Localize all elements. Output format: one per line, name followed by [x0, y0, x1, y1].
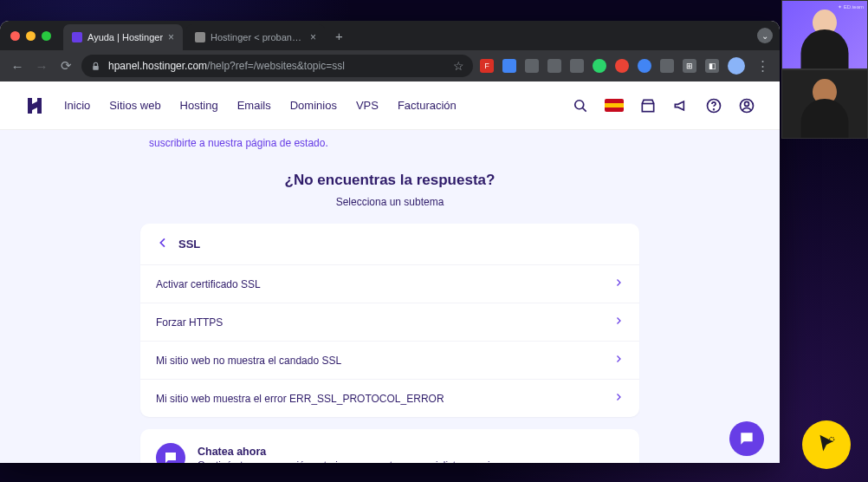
- window-controls: [10, 31, 51, 41]
- subtopic-label: Activar certificado SSL: [156, 278, 261, 290]
- search-icon[interactable]: [572, 97, 589, 114]
- nav-dominios[interactable]: Dominios: [290, 99, 337, 112]
- nav-emails[interactable]: Emails: [237, 99, 271, 112]
- help-icon[interactable]: [705, 97, 722, 114]
- tab-active[interactable]: Ayuda | Hostinger ×: [63, 24, 183, 50]
- nav-hosting[interactable]: Hosting: [180, 99, 218, 112]
- subtopic-item[interactable]: Mi sitio web no muestra el candado SSL: [140, 341, 639, 379]
- webcam-logo-icon: ✦ ED.team: [838, 3, 864, 10]
- tab-inactive[interactable]: Hostinger < probandoelplann ×: [186, 24, 325, 50]
- menu-icon[interactable]: ⋮: [754, 58, 771, 74]
- svg-point-5: [714, 108, 715, 109]
- extension-icon[interactable]: [525, 59, 539, 73]
- reload-button[interactable]: ⟳: [57, 58, 74, 74]
- close-tab-icon[interactable]: ×: [168, 31, 174, 43]
- webcam-overlay: ✦ ED.team: [781, 0, 868, 139]
- topic-name: SSL: [178, 238, 200, 251]
- tab-bar: Ayuda | Hostinger × Hostinger < probando…: [0, 21, 780, 50]
- extensions-menu-icon[interactable]: ⊞: [683, 59, 696, 73]
- address-bar: ← → ⟳ hpanel.hostinger.com/help?ref=/web…: [0, 50, 780, 81]
- url-input[interactable]: hpanel.hostinger.com/help?ref=/websites&…: [81, 55, 473, 77]
- extension-icon[interactable]: [615, 59, 629, 73]
- tab-title: Hostinger < probandoelplann: [211, 32, 305, 42]
- person-icon: [801, 29, 849, 69]
- extension-icon[interactable]: [547, 59, 561, 73]
- extension-icon[interactable]: F: [480, 59, 494, 73]
- page-content: Inicio Sitios web Hosting Emails Dominio…: [0, 81, 780, 463]
- nav-inicio[interactable]: Inicio: [64, 99, 90, 112]
- chevron-right-icon: [613, 277, 624, 290]
- person-icon: [801, 99, 849, 139]
- extension-icon[interactable]: [593, 59, 606, 73]
- subtopic-item[interactable]: Activar certificado SSL: [140, 264, 639, 303]
- nav-sitios-web[interactable]: Sitios web: [109, 99, 160, 112]
- svg-rect-3: [642, 103, 653, 111]
- webcam-feed: ✦ ED.team: [781, 0, 868, 69]
- svg-point-1: [575, 100, 584, 108]
- chat-card[interactable]: Chatea ahora Continúa tu conversación an…: [140, 429, 639, 463]
- maximize-window-icon[interactable]: [42, 31, 51, 41]
- subtopic-label: Mi sitio web muestra el error ERR_SSL_PR…: [156, 393, 444, 405]
- chevron-right-icon: [613, 354, 624, 367]
- subtopic-label: Mi sitio web no muestra el candado SSL: [156, 355, 341, 367]
- store-icon[interactable]: [639, 97, 657, 114]
- chat-title: Chatea ahora: [198, 446, 501, 458]
- back-arrow-icon[interactable]: [156, 236, 170, 252]
- extension-icon[interactable]: [660, 59, 674, 73]
- site-header: Inicio Sitios web Hosting Emails Dominio…: [0, 81, 780, 130]
- browser-window: Ayuda | Hostinger × Hostinger < probando…: [0, 21, 780, 463]
- webcam-feed: [781, 69, 868, 139]
- site-info-icon[interactable]: [90, 61, 101, 72]
- svg-line-2: [583, 107, 586, 111]
- extension-icon[interactable]: [570, 59, 584, 73]
- status-page-link[interactable]: suscribirte a nuestra página de estado.: [149, 137, 759, 149]
- chat-subtitle: Continúa tu conversación anterior con nu…: [198, 459, 501, 463]
- nav-facturacion[interactable]: Facturación: [398, 99, 457, 112]
- subtopic-item[interactable]: Forzar HTTPS: [140, 303, 639, 341]
- side-panel-icon[interactable]: ◧: [705, 59, 719, 73]
- svg-point-7: [745, 101, 749, 106]
- tab-title: Ayuda | Hostinger: [87, 32, 163, 42]
- bookmark-icon[interactable]: ☆: [453, 59, 464, 73]
- topic-card: SSL Activar certificado SSL Forzar HTTPS…: [140, 224, 639, 417]
- chat-icon: [156, 443, 185, 463]
- hostinger-logo-icon[interactable]: [24, 95, 45, 116]
- topic-header: SSL: [140, 224, 639, 264]
- extension-icon[interactable]: [638, 59, 651, 73]
- language-flag-icon[interactable]: [605, 99, 624, 112]
- svg-rect-0: [93, 65, 99, 69]
- extensions-area: F ⊞ ◧ ⋮: [480, 57, 771, 75]
- url-text: hpanel.hostinger.com/help?ref=/websites&…: [108, 60, 446, 72]
- announcement-icon[interactable]: [672, 97, 690, 114]
- intercom-launcher[interactable]: [729, 421, 764, 456]
- subtopic-item[interactable]: Mi sitio web muestra el error ERR_SSL_PR…: [140, 379, 639, 417]
- extension-icon[interactable]: [502, 59, 516, 73]
- cursor-badge-icon: [802, 420, 851, 469]
- close-window-icon[interactable]: [10, 31, 20, 41]
- minimize-window-icon[interactable]: [26, 31, 36, 41]
- profile-avatar[interactable]: [728, 57, 745, 75]
- section-subtitle: Selecciona un subtema: [21, 196, 759, 208]
- back-button[interactable]: ←: [9, 59, 26, 74]
- tabs-menu-icon[interactable]: ⌄: [757, 28, 773, 43]
- svg-point-8: [830, 437, 834, 441]
- nav-vps[interactable]: VPS: [356, 99, 379, 112]
- favicon-icon: [195, 32, 205, 42]
- favicon-icon: [72, 32, 82, 42]
- chevron-right-icon: [613, 392, 624, 405]
- new-tab-button[interactable]: +: [328, 29, 350, 43]
- section-title: ¿No encuentras la respuesta?: [21, 172, 759, 189]
- account-icon[interactable]: [738, 97, 755, 114]
- subtopic-label: Forzar HTTPS: [156, 316, 223, 329]
- forward-button[interactable]: →: [33, 59, 50, 74]
- chevron-right-icon: [613, 316, 624, 329]
- close-tab-icon[interactable]: ×: [310, 31, 316, 43]
